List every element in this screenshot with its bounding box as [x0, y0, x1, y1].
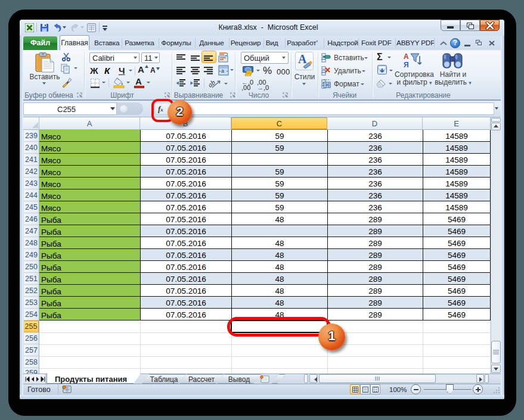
svg-text:a: a — [221, 68, 224, 74]
svg-text:Я: Я — [404, 61, 409, 69]
svg-text:А: А — [404, 52, 409, 61]
